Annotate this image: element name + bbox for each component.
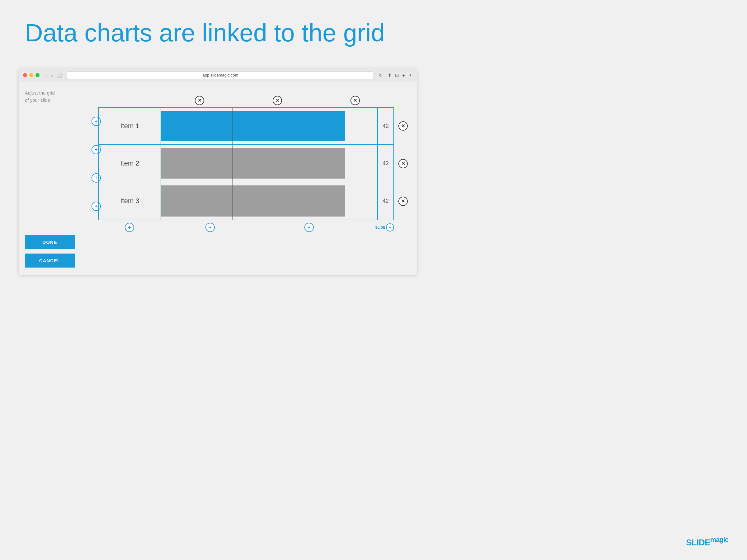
add-tab-icon[interactable]: ＋ (408, 72, 413, 78)
browser-window: ‹ › ⬜ app.slidemagic.com ↻ ⬆ ⊡ ● ＋ Adjus… (19, 69, 417, 275)
cancel-button[interactable]: CANCEL (25, 254, 75, 268)
row1-divider (232, 108, 233, 144)
add-slide-button[interactable]: + (386, 223, 394, 232)
row1-label-cell: Item 1 (99, 108, 161, 144)
back-arrow[interactable]: ‹ (44, 72, 49, 78)
delete-row3-button[interactable]: ✕ (398, 196, 408, 206)
row1-delete-area: ✕ (398, 107, 408, 145)
share-icon[interactable]: ⬆ (388, 73, 392, 78)
table-row: Item 3 42 (99, 182, 393, 220)
col1-delete-spacer: ✕ (161, 96, 238, 105)
delete-col1-button[interactable]: ✕ (195, 96, 204, 105)
row2-value-cell: 42 (378, 145, 393, 182)
slidemagic-logo: SLIDEmagic (686, 536, 728, 548)
row3-bar (161, 185, 345, 216)
browser-toolbar: ‹ › ⬜ app.slidemagic.com ↻ ⬆ ⊡ ● ＋ (19, 69, 417, 82)
grid-with-controls: + + + + Item 1 (98, 107, 394, 220)
add-col2-button[interactable]: + (304, 223, 314, 232)
minimize-dot[interactable] (29, 73, 33, 77)
add-col1-button[interactable]: + (205, 223, 215, 232)
column-delete-row: ✕ ✕ ✕ (161, 96, 394, 105)
row2-label: Item 2 (120, 159, 139, 167)
maximize-dot[interactable] (35, 73, 40, 77)
bar-col-add-area: + + (161, 223, 359, 232)
url-text: app.slidemagic.com (203, 73, 238, 77)
browser-action-buttons: ⬆ ⊡ ● ＋ (388, 72, 413, 78)
col2-delete-spacer: ✕ (238, 96, 316, 105)
row3-divider (232, 182, 233, 220)
tabs-icon[interactable]: ⬜ (57, 73, 62, 78)
logo-text: SLIDEmagic (686, 537, 728, 547)
row3-bar-cell (161, 182, 378, 220)
info-icon[interactable]: ● (402, 73, 405, 78)
main-content: ✕ ✕ ✕ + + + + (87, 82, 417, 275)
forward-arrow[interactable]: › (50, 72, 54, 78)
delete-row1-button[interactable]: ✕ (398, 121, 408, 131)
col0-add-spacer: + (98, 223, 161, 232)
browser-content: Adjust the grid of your slide DONE CANCE… (19, 82, 417, 275)
column-add-row: + + + SLIDE + (98, 223, 394, 232)
sidebar: Adjust the grid of your slide DONE CANCE… (19, 82, 87, 275)
row1-bar (161, 111, 345, 141)
done-button[interactable]: DONE (25, 235, 75, 249)
row3-label-cell: Item 3 (99, 182, 161, 220)
sidebar-description: Adjust the grid of your slide (25, 89, 81, 104)
row2-label-cell: Item 2 (99, 145, 161, 182)
delete-col2-button[interactable]: ✕ (273, 96, 282, 105)
row2-bar (161, 148, 345, 179)
row1-label: Item 1 (120, 122, 139, 130)
url-bar[interactable]: app.slidemagic.com (67, 71, 374, 79)
row-delete-buttons: ✕ ✕ ✕ (398, 107, 408, 220)
page-title: Data charts are linked to the grid (25, 19, 385, 47)
window-controls (23, 73, 40, 77)
data-grid: Item 1 42 (98, 107, 394, 220)
col3-delete-spacer: ✕ (316, 96, 394, 105)
close-dot[interactable] (23, 73, 27, 77)
row1-bar-cell (161, 108, 378, 144)
row3-value-cell: 42 (378, 182, 393, 220)
row1-value-cell: 42 (378, 108, 393, 144)
row1-value: 42 (383, 123, 389, 129)
row3-label: Item 3 (120, 197, 139, 205)
row2-delete-area: ✕ (398, 145, 408, 182)
nav-controls: ‹ › ⬜ (44, 72, 62, 78)
add-col0-button[interactable]: + (125, 223, 134, 232)
bookmark-icon[interactable]: ⊡ (395, 73, 399, 78)
row2-bar-cell (161, 145, 378, 182)
row2-value: 42 (383, 160, 389, 167)
col3-add-spacer (359, 223, 374, 232)
table-row: Item 1 42 (99, 108, 393, 145)
delete-col3-button[interactable]: ✕ (351, 96, 360, 105)
row3-delete-area: ✕ (398, 183, 408, 220)
slide-add-container: SLIDE + (376, 223, 394, 232)
row2-divider (232, 145, 233, 182)
delete-row2-button[interactable]: ✕ (398, 159, 408, 168)
refresh-icon[interactable]: ↻ (379, 73, 383, 78)
grid-editor-wrapper: ✕ ✕ ✕ + + + + (98, 96, 394, 232)
table-row: Item 2 42 (99, 145, 393, 182)
row3-value: 42 (383, 198, 389, 205)
slide-add-text: SLIDE (376, 225, 385, 229)
